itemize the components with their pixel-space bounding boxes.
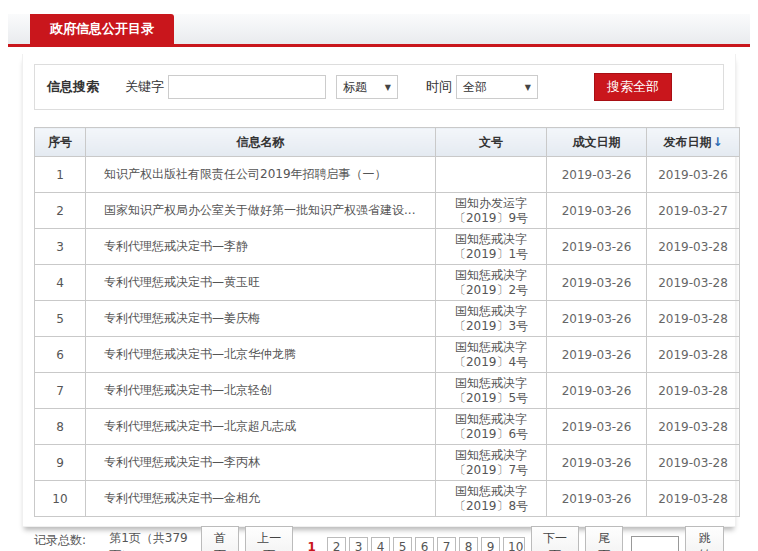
cell-info-name[interactable]: 专利代理惩戒决定书—北京轻创	[86, 373, 436, 409]
cell-doc-number	[436, 157, 547, 193]
cell-info-name[interactable]: 专利代理惩戒决定书—金相允	[86, 481, 436, 517]
cell-serial: 3	[35, 229, 86, 265]
cell-serial: 2	[35, 193, 86, 229]
page-number-8[interactable]: 8	[459, 537, 478, 551]
cell-date-written: 2019-03-26	[547, 193, 647, 229]
cell-serial: 7	[35, 373, 86, 409]
cell-date-published: 2019-03-28	[647, 265, 740, 301]
table-row: 6 专利代理惩戒决定书—北京华仲龙腾 国知惩戒决字〔2019〕4号 2019-0…	[35, 337, 740, 373]
page-number-4[interactable]: 4	[371, 537, 390, 551]
cell-serial: 5	[35, 301, 86, 337]
header-serial: 序号	[35, 128, 86, 157]
search-all-button[interactable]: 搜索全部	[594, 73, 672, 101]
header-date-published-label: 发布日期	[663, 135, 711, 149]
table-row: 3 专利代理惩戒决定书—李静 国知惩戒决字〔2019〕1号 2019-03-26…	[35, 229, 740, 265]
next-page-button[interactable]: 下一页	[531, 526, 579, 551]
gov-info-directory-page: 政府信息公开目录 信息搜索 关键字 标题 ▼ 时间 全部 ▼ 搜索全部 序号	[0, 0, 758, 551]
tab-label: 政府信息公开目录	[50, 21, 154, 36]
last-page-button[interactable]: 尾页	[585, 526, 624, 551]
page-number-5[interactable]: 5	[393, 537, 412, 551]
cell-doc-number: 国知惩戒决字〔2019〕2号	[436, 265, 547, 301]
cell-info-name[interactable]: 专利代理惩戒决定书—黄玉旺	[86, 265, 436, 301]
cell-date-written: 2019-03-26	[547, 301, 647, 337]
content-panel: 信息搜索 关键字 标题 ▼ 时间 全部 ▼ 搜索全部 序号 信息名称 文号 成文…	[22, 54, 736, 527]
cell-info-name[interactable]: 专利代理惩戒决定书—北京华仲龙腾	[86, 337, 436, 373]
keyword-label: 关键字	[125, 78, 164, 96]
cell-serial: 4	[35, 265, 86, 301]
table-row: 5 专利代理惩戒决定书—姜庆梅 国知惩戒决字〔2019〕3号 2019-03-2…	[35, 301, 740, 337]
results-table: 序号 信息名称 文号 成文日期 发布日期↓ 1 知识产权出版社有限责任公司201…	[34, 127, 740, 517]
header-doc-number: 文号	[436, 128, 547, 157]
tab-gov-info-directory[interactable]: 政府信息公开目录	[30, 14, 174, 44]
time-select[interactable]: 全部 ▼	[456, 75, 538, 99]
cell-doc-number: 国知惩戒决字〔2019〕1号	[436, 229, 547, 265]
header-date-written: 成文日期	[547, 128, 647, 157]
cell-info-name[interactable]: 知识产权出版社有限责任公司2019年招聘启事（一）	[86, 157, 436, 193]
cell-date-published: 2019-03-28	[647, 373, 740, 409]
cell-info-name[interactable]: 专利代理惩戒决定书—姜庆梅	[86, 301, 436, 337]
cell-doc-number: 国知惩戒决字〔2019〕4号	[436, 337, 547, 373]
cell-date-written: 2019-03-26	[547, 265, 647, 301]
cell-info-name[interactable]: 专利代理惩戒决定书—北京超凡志成	[86, 409, 436, 445]
tab-bar: 政府信息公开目录	[8, 14, 750, 47]
chevron-down-icon: ▼	[525, 83, 531, 92]
cell-doc-number: 国知惩戒决字〔2019〕3号	[436, 301, 547, 337]
cell-serial: 6	[35, 337, 86, 373]
cell-info-name[interactable]: 专利代理惩戒决定书—李丙林	[86, 445, 436, 481]
cell-serial: 10	[35, 481, 86, 517]
cell-info-name[interactable]: 专利代理惩戒决定书—李静	[86, 229, 436, 265]
cell-doc-number: 国知惩戒决字〔2019〕7号	[436, 445, 547, 481]
cell-doc-number: 国知惩戒决字〔2019〕8号	[436, 481, 547, 517]
header-date-published[interactable]: 发布日期↓	[647, 128, 740, 157]
header-info-name: 信息名称	[86, 128, 436, 157]
prev-page-button[interactable]: 上一页	[245, 526, 293, 551]
cell-date-written: 2019-03-26	[547, 409, 647, 445]
time-select-value: 全部	[463, 79, 487, 96]
chevron-down-icon: ▼	[385, 83, 391, 92]
jump-button[interactable]: 跳转	[685, 526, 724, 551]
table-row: 2 国家知识产权局办公室关于做好第一批知识产权强省建设... 国知办发运字〔20…	[35, 193, 740, 229]
page-number-7[interactable]: 7	[437, 537, 456, 551]
page-info: 第1页（共379页）	[109, 530, 188, 551]
cell-date-published: 2019-03-28	[647, 445, 740, 481]
page-number-9[interactable]: 9	[481, 537, 500, 551]
table-row: 1 知识产权出版社有限责任公司2019年招聘启事（一） 2019-03-26 2…	[35, 157, 740, 193]
table-header-row: 序号 信息名称 文号 成文日期 发布日期↓	[35, 128, 740, 157]
page-number-10[interactable]: 10	[503, 537, 525, 551]
table-row: 4 专利代理惩戒决定书—黄玉旺 国知惩戒决字〔2019〕2号 2019-03-2…	[35, 265, 740, 301]
table-row: 7 专利代理惩戒决定书—北京轻创 国知惩戒决字〔2019〕5号 2019-03-…	[35, 373, 740, 409]
cell-date-written: 2019-03-26	[547, 481, 647, 517]
field-select[interactable]: 标题 ▼	[336, 75, 398, 99]
table-row: 10 专利代理惩戒决定书—金相允 国知惩戒决字〔2019〕8号 2019-03-…	[35, 481, 740, 517]
time-label: 时间	[426, 78, 452, 96]
cell-doc-number: 国知惩戒决字〔2019〕5号	[436, 373, 547, 409]
cell-info-name[interactable]: 国家知识产权局办公室关于做好第一批知识产权强省建设...	[86, 193, 436, 229]
table-row: 8 专利代理惩戒决定书—北京超凡志成 国知惩戒决字〔2019〕6号 2019-0…	[35, 409, 740, 445]
cell-date-written: 2019-03-26	[547, 445, 647, 481]
cell-date-published: 2019-03-28	[647, 301, 740, 337]
cell-date-published: 2019-03-28	[647, 481, 740, 517]
page-number-3[interactable]: 3	[349, 537, 368, 551]
cell-date-published: 2019-03-28	[647, 229, 740, 265]
search-section-label: 信息搜索	[47, 78, 99, 96]
cell-date-written: 2019-03-26	[547, 373, 647, 409]
cell-date-published: 2019-03-27	[647, 193, 740, 229]
cell-date-published: 2019-03-28	[647, 409, 740, 445]
pagination-bar: 记录总数: 3786 第1页（共379页） 首页 上一页 1 2 3 4 5 6…	[34, 526, 724, 551]
cell-date-published: 2019-03-26	[647, 157, 740, 193]
cell-date-written: 2019-03-26	[547, 157, 647, 193]
record-total: 记录总数: 3786	[34, 532, 103, 551]
record-total-label: 记录总数:	[34, 533, 86, 547]
page-number-2[interactable]: 2	[327, 537, 346, 551]
cell-serial: 8	[35, 409, 86, 445]
cell-serial: 1	[35, 157, 86, 193]
page-number-1-current: 1	[303, 538, 320, 551]
keyword-input[interactable]	[168, 75, 326, 99]
first-page-button[interactable]: 首页	[201, 526, 240, 551]
sort-desc-icon: ↓	[712, 135, 722, 149]
jump-page-input[interactable]	[631, 536, 679, 551]
cell-serial: 9	[35, 445, 86, 481]
page-number-6[interactable]: 6	[415, 537, 434, 551]
field-select-value: 标题	[343, 79, 367, 96]
cell-doc-number: 国知惩戒决字〔2019〕6号	[436, 409, 547, 445]
